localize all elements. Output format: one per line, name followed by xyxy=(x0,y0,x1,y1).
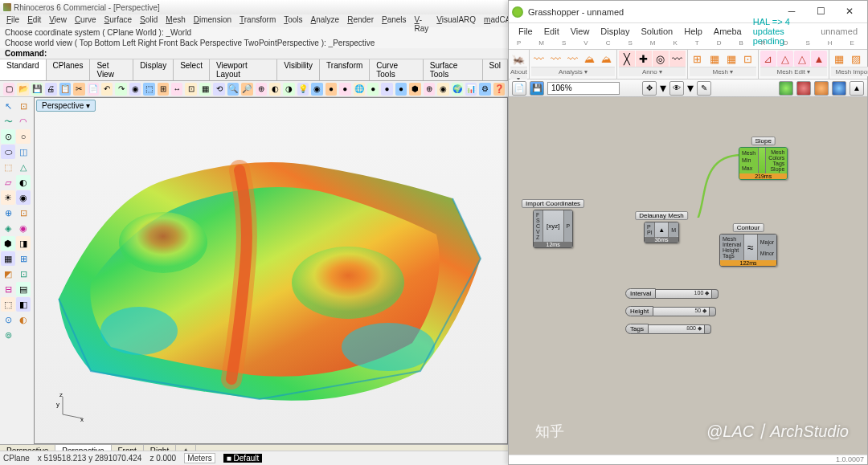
tool-12[interactable]: ☀ xyxy=(1,190,15,205)
tool-6[interactable]: ⬭ xyxy=(1,145,15,159)
menu-surface[interactable]: Surface xyxy=(101,14,135,27)
port-p[interactable]: P xyxy=(567,223,571,229)
preview-button[interactable]: 👁 xyxy=(669,81,684,96)
toolbar-btn-11[interactable]: ⊞ xyxy=(158,83,169,96)
port-p[interactable]: P xyxy=(647,224,652,230)
menu-curve[interactable]: Curve xyxy=(72,14,100,27)
port-pl[interactable]: Pl xyxy=(647,230,652,235)
rib-icon[interactable]: ✚ xyxy=(636,51,652,67)
toolbar-btn-18[interactable]: ⊕ xyxy=(256,83,267,96)
tool-30[interactable]: ⊚ xyxy=(1,328,15,342)
rib-icon[interactable]: 〰 xyxy=(669,51,686,67)
tab-set-view[interactable]: Set View xyxy=(90,59,133,80)
toolbar-btn-29[interactable]: ⬢ xyxy=(409,83,420,96)
toolbar-btn-3[interactable]: 🖨 xyxy=(45,83,56,96)
tab-surface-tools[interactable]: Surface Tools xyxy=(424,59,483,80)
rhino-titlebar[interactable]: Rhinoceros 6 Commercial - [Perspective] xyxy=(0,0,508,14)
port-mesh[interactable]: Mesh xyxy=(723,236,741,242)
menu-panels[interactable]: Panels xyxy=(379,14,410,27)
port-tags[interactable]: Tags xyxy=(768,161,784,166)
tool-22[interactable]: ◩ xyxy=(1,267,15,281)
toolbar-btn-31[interactable]: ◉ xyxy=(437,83,448,96)
menu-solid[interactable]: Solid xyxy=(137,14,161,27)
toolbar-btn-0[interactable]: ▢ xyxy=(3,83,14,96)
port-height[interactable]: Height xyxy=(723,247,741,253)
tool-2[interactable]: 〜 xyxy=(1,114,15,128)
tool-16[interactable]: ◈ xyxy=(1,221,15,235)
tab-cplanes[interactable]: CPlanes xyxy=(47,59,91,80)
toolbar-btn-15[interactable]: ⟲ xyxy=(213,83,224,96)
tab-select[interactable]: Select xyxy=(174,59,210,80)
tool-9[interactable]: △ xyxy=(16,160,31,174)
toolbar-btn-17[interactable]: 🔎 xyxy=(241,83,252,96)
ghmenu-ameba[interactable]: Ameba xyxy=(709,25,747,38)
toolbar-btn-23[interactable]: ● xyxy=(326,83,337,96)
rib-icon[interactable]: ⛰ xyxy=(582,51,598,67)
toolbar-btn-24[interactable]: ● xyxy=(339,83,350,96)
shade-blue[interactable] xyxy=(832,81,846,96)
menu-v-ray[interactable]: V-Ray xyxy=(411,14,432,27)
tab-standard[interactable]: Standard xyxy=(0,59,47,80)
toolbar-btn-16[interactable]: 🔍 xyxy=(227,83,239,96)
toolbar-btn-10[interactable]: ⬚ xyxy=(143,83,154,96)
viewport-title[interactable]: Perspective ▾ xyxy=(36,100,96,112)
rib-icon[interactable]: △ xyxy=(794,51,810,67)
viewport-perspective[interactable]: Perspective ▾ xyxy=(34,97,508,444)
port-s[interactable]: S xyxy=(536,218,540,223)
rib-icon[interactable]: ▦ xyxy=(831,51,847,67)
toolbar-btn-32[interactable]: 🌍 xyxy=(452,83,463,96)
shade-cone[interactable]: ▲ xyxy=(850,81,864,96)
rib-icon[interactable]: ⊞ xyxy=(690,51,706,67)
tool-27[interactable]: ◧ xyxy=(16,297,31,312)
menu-view[interactable]: View xyxy=(46,14,70,27)
toolbar-btn-4[interactable]: 📋 xyxy=(59,83,71,96)
port-max[interactable]: Max xyxy=(742,165,755,171)
tab-curve-tools[interactable]: Curve Tools xyxy=(370,59,423,80)
toolbar-btn-25[interactable]: 🌐 xyxy=(354,83,365,96)
close-button[interactable]: ✕ xyxy=(835,2,864,22)
menu-file[interactable]: File xyxy=(3,14,23,27)
port-z[interactable]: Z xyxy=(536,235,540,240)
port-c[interactable]: C xyxy=(536,223,540,229)
rib-icon[interactable]: ▦ xyxy=(706,51,723,67)
port-v[interactable]: V xyxy=(536,229,540,235)
ghmenu-help[interactable]: Help xyxy=(679,25,707,38)
tool-14[interactable]: ⊕ xyxy=(1,206,15,220)
new-file-button[interactable]: 📄 xyxy=(512,81,526,96)
toolbar-btn-12[interactable]: ↔ xyxy=(171,83,182,96)
tool-18[interactable]: ⬢ xyxy=(1,236,15,251)
port-major[interactable]: Major xyxy=(760,239,775,245)
tool-24[interactable]: ⊟ xyxy=(1,282,15,296)
menu-edit[interactable]: Edit xyxy=(24,14,44,27)
tool-7[interactable]: ◫ xyxy=(16,145,31,159)
tool-10[interactable]: ▱ xyxy=(1,175,15,190)
rib-icon[interactable]: 〰 xyxy=(548,51,564,67)
port-mesh[interactable]: Mesh xyxy=(742,150,755,156)
menu-transform[interactable]: Transform xyxy=(236,14,279,27)
tool-17[interactable]: ◉ xyxy=(16,221,31,235)
port-interval[interactable]: Interval xyxy=(723,242,741,247)
rib-icon[interactable]: ╳ xyxy=(619,51,635,67)
toolbar-btn-6[interactable]: 📄 xyxy=(88,83,99,96)
tool-5[interactable]: ○ xyxy=(16,129,31,144)
tab-visibility[interactable]: Visibility xyxy=(277,59,320,80)
status-units[interactable]: Meters xyxy=(184,453,215,463)
tool-15[interactable]: ⊡ xyxy=(16,206,31,220)
tool-8[interactable]: ⬚ xyxy=(1,160,15,174)
port-min[interactable]: Min xyxy=(742,157,755,163)
tool-13[interactable]: ◉ xyxy=(16,190,31,205)
menu-tools[interactable]: Tools xyxy=(280,14,305,27)
zoom-field[interactable] xyxy=(547,82,620,95)
toolbar-btn-22[interactable]: ◉ xyxy=(311,83,322,96)
tab-transform[interactable]: Transform xyxy=(320,59,370,80)
toolbar-btn-8[interactable]: ↷ xyxy=(115,83,126,96)
rib-icon[interactable]: ▨ xyxy=(848,51,864,67)
comp-slope[interactable]: Slope MeshMinMax MeshColorsTagsSlope 219… xyxy=(739,147,788,180)
ghmenu-solution[interactable]: Solution xyxy=(636,25,678,38)
ghmenu-view[interactable]: View xyxy=(566,25,595,38)
nav-button[interactable]: ✥ xyxy=(642,81,657,96)
ghmenu-edit[interactable]: Edit xyxy=(539,25,564,38)
toolbar-btn-30[interactable]: ⊕ xyxy=(424,83,435,96)
tool-23[interactable]: ⊡ xyxy=(16,267,31,281)
toolbar-btn-34[interactable]: ⚙ xyxy=(479,83,490,96)
